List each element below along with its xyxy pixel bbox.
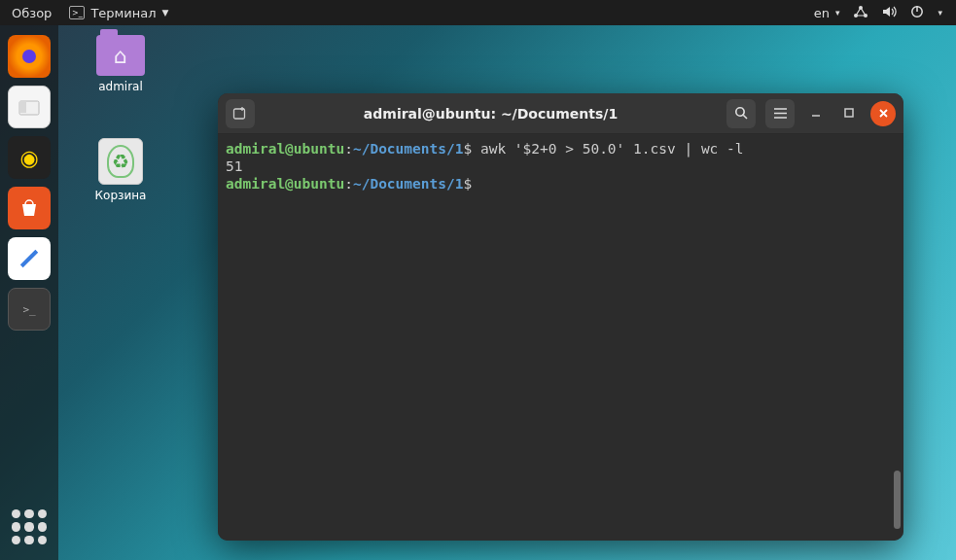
window-titlebar[interactable]: admiral@ubuntu: ~/Documents/1 <box>218 93 903 134</box>
maximize-button[interactable] <box>837 106 861 122</box>
volume-icon[interactable] <box>882 5 897 21</box>
chevron-down-icon: ▾ <box>835 8 840 18</box>
desktop-trash[interactable]: Корзина <box>82 138 159 202</box>
input-source-indicator[interactable]: en ▾ <box>814 6 840 20</box>
terminal-body[interactable]: admiral@ubuntu:~/Documents/1$ awk '$2+0 … <box>218 134 903 541</box>
terminal-output: 51 <box>226 158 896 175</box>
dock-text-editor-icon[interactable] <box>8 237 51 280</box>
search-button[interactable] <box>726 99 756 128</box>
terminal-small-icon: >_ <box>69 6 85 19</box>
show-applications-button[interactable] <box>12 509 47 544</box>
prompt-user: admiral@ubuntu <box>226 176 344 192</box>
close-button[interactable] <box>870 101 896 126</box>
svg-rect-7 <box>234 109 245 119</box>
dock-terminal-icon[interactable] <box>8 288 51 331</box>
svg-line-9 <box>743 115 747 119</box>
chevron-down-icon: ▼ <box>162 8 169 18</box>
network-icon[interactable] <box>853 5 868 21</box>
dock: ◉ <box>0 25 58 560</box>
prompt-user: admiral@ubuntu <box>226 141 344 157</box>
activities-label: Обзор <box>12 6 52 20</box>
desktop[interactable]: admiral Корзина admiral@ubuntu: ~/Docume… <box>58 25 956 560</box>
dock-software-icon[interactable] <box>8 187 51 229</box>
desktop-icon-label: Корзина <box>82 189 159 202</box>
chevron-down-icon[interactable]: ▾ <box>938 8 942 18</box>
desktop-home-folder[interactable]: admiral <box>82 35 159 93</box>
activities-button[interactable]: Обзор <box>12 6 52 20</box>
terminal-command: awk '$2+0 > 50.0' 1.csv | wc -l <box>472 141 743 157</box>
dock-files-icon[interactable] <box>8 86 51 128</box>
svg-rect-6 <box>19 101 26 113</box>
dock-firefox-icon[interactable] <box>8 35 51 78</box>
desktop-icon-label: admiral <box>82 80 159 93</box>
power-icon[interactable] <box>910 5 924 21</box>
top-bar: Обзор >_ Терминал ▼ en ▾ ▾ <box>0 0 956 25</box>
svg-point-8 <box>735 108 743 116</box>
minimize-button[interactable] <box>804 106 828 122</box>
trash-icon <box>98 138 143 185</box>
terminal-cursor <box>472 176 480 192</box>
lang-label: en <box>814 6 830 20</box>
folder-home-icon <box>96 35 145 76</box>
svg-rect-11 <box>845 109 853 117</box>
prompt-path: ~/Documents/1 <box>353 141 464 157</box>
terminal-window: admiral@ubuntu: ~/Documents/1 <box>218 93 903 541</box>
window-title: admiral@ubuntu: ~/Documents/1 <box>263 106 719 122</box>
dock-rhythmbox-icon[interactable]: ◉ <box>8 136 51 179</box>
scrollbar-thumb[interactable] <box>894 471 901 529</box>
new-tab-button[interactable] <box>226 99 255 128</box>
terminal-line: admiral@ubuntu:~/Documents/1$ <box>226 175 896 192</box>
terminal-line: admiral@ubuntu:~/Documents/1$ awk '$2+0 … <box>226 140 896 158</box>
prompt-path: ~/Documents/1 <box>353 176 464 192</box>
hamburger-menu-button[interactable] <box>765 99 795 128</box>
app-menu[interactable]: >_ Терминал ▼ <box>69 6 168 20</box>
app-menu-label: Терминал <box>90 6 156 20</box>
